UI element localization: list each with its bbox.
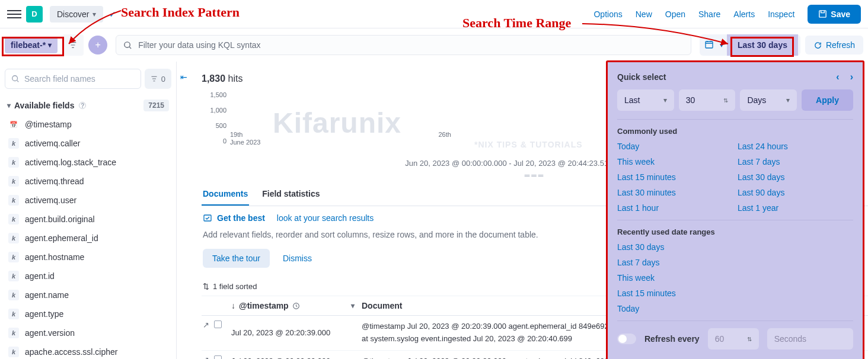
column-timestamp-header[interactable]: ↓ @timestamp ▾ — [231, 301, 362, 310]
field-name: @timestamp — [25, 120, 72, 129]
svg-point-1 — [125, 41, 130, 47]
check-icon[interactable]: ✓ — [109, 9, 116, 19]
time-preset-link[interactable]: Last 30 minutes — [617, 188, 733, 197]
apply-button[interactable]: Apply — [802, 89, 853, 111]
keyword-type-icon: k — [8, 271, 19, 281]
menu-icon[interactable] — [7, 7, 21, 21]
index-pattern-selector[interactable]: filebeat-* ▾ — [5, 37, 58, 53]
time-preset-link[interactable]: Last 90 days — [738, 188, 853, 197]
time-preset-link[interactable]: Last 24 hours — [738, 142, 853, 151]
calendar-icon[interactable] — [702, 36, 716, 55]
tab-documents[interactable]: Documents — [202, 183, 249, 206]
field-search-input[interactable]: Search field names — [5, 69, 141, 89]
checkbox[interactable] — [214, 320, 222, 328]
quick-select-unit[interactable]: Days▾ — [740, 89, 797, 111]
save-button[interactable]: Save — [808, 5, 861, 24]
info-icon[interactable]: ? — [79, 102, 86, 109]
next-range-button[interactable]: › — [850, 72, 853, 82]
refresh-unit-select[interactable]: Seconds — [767, 328, 853, 350]
discover-selector[interactable]: Discover ▾ — [50, 6, 103, 23]
calendar-icon: 📅 — [8, 119, 19, 130]
recent-range-link[interactable]: Today — [617, 304, 853, 313]
dismiss-link[interactable]: Dismiss — [283, 254, 312, 263]
field-row[interactable]: kagent.build.original — [5, 210, 171, 229]
cell-timestamp: Jul 20, 2023 @ 20:20:39.000 — [231, 355, 362, 359]
field-row[interactable]: kactivemq.user — [5, 191, 171, 210]
field-name: agent.type — [25, 309, 63, 319]
expand-icon[interactable]: ↗ — [203, 320, 209, 329]
clock-icon — [292, 302, 300, 310]
field-row[interactable]: kagent.id — [5, 267, 171, 286]
date-picker[interactable]: ▾ Last 30 days — [700, 34, 800, 56]
kql-placeholder: Filter your data using KQL syntax — [138, 40, 260, 50]
save-icon — [818, 9, 827, 18]
refresh-button[interactable]: Refresh — [805, 36, 863, 55]
collapse-sidebar-icon[interactable]: ⇤ — [180, 72, 187, 82]
field-name: activemq.caller — [25, 139, 80, 148]
kql-search-input[interactable]: Filter your data using KQL syntax — [116, 35, 691, 55]
refresh-every-label: Refresh every — [644, 334, 700, 344]
chevron-down-icon[interactable]: ▾ — [351, 302, 355, 310]
filter-button[interactable] — [62, 34, 84, 56]
search-icon — [123, 41, 132, 50]
time-preset-link[interactable]: Last 7 days — [738, 157, 853, 166]
keyword-type-icon: k — [8, 252, 19, 262]
keyword-type-icon: k — [8, 176, 19, 187]
app-logo: D — [26, 6, 43, 23]
add-filter-button[interactable]: + — [88, 36, 107, 55]
y-axis-labels: 1,500 1,000 500 0 — [202, 91, 226, 145]
index-pattern-text: filebeat-* — [11, 40, 46, 50]
time-preset-link[interactable]: Last 1 hour — [617, 203, 733, 213]
field-row[interactable]: 📅@timestamp — [5, 115, 171, 134]
available-fields-count: 7215 — [143, 100, 169, 111]
keyword-type-icon: k — [8, 195, 19, 206]
field-row[interactable]: kagent.type — [5, 304, 171, 323]
field-row[interactable]: kapache.access.ssl.cipher — [5, 342, 171, 359]
quick-select-tense[interactable]: Last▾ — [617, 89, 674, 111]
field-row[interactable]: kactivemq.log.stack_trace — [5, 153, 171, 172]
auto-refresh-toggle[interactable] — [617, 334, 636, 344]
field-row[interactable]: kagent.version — [5, 323, 171, 342]
field-row[interactable]: kagent.name — [5, 286, 171, 304]
alerts-link[interactable]: Alerts — [733, 9, 755, 19]
recent-range-link[interactable]: Last 30 days — [617, 242, 853, 252]
available-fields-label: Available fields — [14, 101, 74, 110]
recently-used-label: Recently used date ranges — [617, 227, 853, 236]
open-link[interactable]: Open — [665, 9, 685, 19]
recent-range-link[interactable]: Last 15 minutes — [617, 289, 853, 298]
date-range-text[interactable]: Last 30 days — [727, 34, 798, 56]
svg-rect-0 — [819, 11, 826, 17]
take-tour-button[interactable]: Take the tour — [203, 249, 270, 268]
field-filter-count-button[interactable]: 0 — [145, 69, 171, 89]
cell-timestamp: Jul 20, 2023 @ 20:20:39.000 — [231, 320, 362, 345]
field-row[interactable]: kagent.hostname — [5, 248, 171, 267]
checkbox[interactable] — [214, 355, 222, 359]
quick-select-value[interactable]: 30⇅ — [679, 89, 736, 111]
field-row[interactable]: kagent.ephemeral_id — [5, 229, 171, 248]
tab-field-statistics[interactable]: Field statistics — [261, 183, 321, 206]
inspect-link[interactable]: Inspect — [768, 9, 794, 19]
chevron-down-icon: ▾ — [7, 101, 11, 110]
refresh-interval-input[interactable]: 60⇅ — [708, 328, 759, 350]
time-preset-link[interactable]: Last 30 days — [738, 172, 853, 182]
options-link[interactable]: Options — [593, 9, 622, 19]
refresh-icon — [813, 41, 822, 50]
recent-range-link[interactable]: This week — [617, 273, 853, 283]
time-preset-link[interactable]: Last 15 minutes — [617, 172, 733, 182]
chevron-down-icon: ▾ — [48, 41, 52, 49]
field-row[interactable]: kactivemq.caller — [5, 134, 171, 153]
chevron-down-icon[interactable]: ▾ — [720, 41, 723, 49]
svg-rect-4 — [204, 215, 211, 221]
share-link[interactable]: Share — [698, 9, 720, 19]
time-preset-link[interactable]: This week — [617, 157, 733, 166]
time-preset-link[interactable]: Today — [617, 142, 733, 151]
field-row[interactable]: kactivemq.thread — [5, 172, 171, 191]
keyword-type-icon: k — [8, 138, 19, 149]
recent-range-link[interactable]: Last 7 days — [617, 258, 853, 267]
available-fields-toggle[interactable]: ▾ Available fields ? 7215 — [5, 96, 171, 115]
time-preset-link[interactable]: Last 1 year — [738, 203, 853, 213]
commonly-used-label: Commonly used — [617, 127, 853, 136]
expand-icon[interactable]: ↗ — [203, 355, 209, 359]
prev-range-button[interactable]: ‹ — [836, 72, 839, 82]
new-link[interactable]: New — [636, 9, 652, 19]
